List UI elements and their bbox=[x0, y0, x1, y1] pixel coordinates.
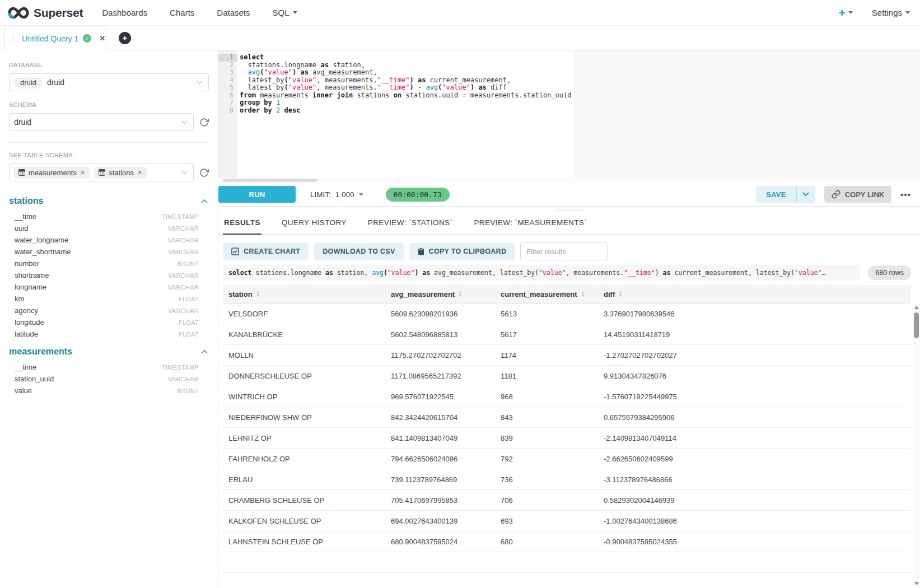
remove-table-icon[interactable]: ✕ bbox=[137, 169, 142, 176]
table-cell: 693 bbox=[495, 511, 598, 531]
table-cell: 705.4170697995853 bbox=[385, 490, 495, 510]
table-pill-stations[interactable]: stations✕ bbox=[94, 167, 147, 179]
column-type: VARCHAR bbox=[168, 307, 199, 314]
table-cell: DONNERSCHLEUSE OP bbox=[223, 366, 385, 386]
schema-table-header-measurements[interactable]: measurements bbox=[9, 347, 208, 357]
limit-dropdown[interactable]: LIMIT: 1 000 bbox=[310, 190, 363, 199]
results-actions: CREATE CHART DOWNLOAD TO CSV COPY TO CLI… bbox=[223, 242, 920, 260]
table-cell: 5613 bbox=[495, 304, 598, 324]
scroll-thumb[interactable] bbox=[914, 312, 919, 338]
line-number: 6 bbox=[218, 92, 237, 100]
copy-link-button[interactable]: COPY LINK bbox=[824, 186, 892, 203]
sidebar: DATABASE druid druid SCHEMA druid bbox=[0, 50, 218, 588]
superset-brand[interactable]: Superset bbox=[8, 6, 83, 20]
results-tab-2[interactable]: PREVIEW: `STATIONS` bbox=[367, 218, 454, 234]
column-type: FLOAT bbox=[179, 319, 199, 326]
results-pane: RESULTSQUERY HISTORYPREVIEW: `STATIONS`P… bbox=[218, 206, 920, 573]
sort-header-station[interactable]: station bbox=[223, 285, 385, 303]
column-row: latitudeFLOAT bbox=[9, 328, 209, 340]
results-tab-3[interactable]: PREVIEW: `MEASUREMENTS` bbox=[473, 218, 588, 234]
table-cell: LEHNITZ OP bbox=[223, 428, 385, 448]
nav-item-sql[interactable]: SQL bbox=[273, 8, 297, 17]
nav-item-dashboards[interactable]: Dashboards bbox=[102, 8, 147, 17]
table-icon bbox=[18, 169, 25, 176]
results-scrollbar[interactable] bbox=[913, 304, 920, 588]
top-navigation: Superset DashboardsChartsDatasetsSQL + S… bbox=[0, 0, 920, 26]
download-csv-button[interactable]: DOWNLOAD TO CSV bbox=[314, 243, 403, 260]
hscroll-thumb[interactable] bbox=[223, 179, 317, 182]
drag-handle-icon[interactable]: ⋮ bbox=[10, 35, 17, 43]
table-cell: NIEDERFINOW SHW OP bbox=[223, 407, 385, 427]
chevron-down-icon bbox=[197, 81, 203, 85]
line-number: 7 bbox=[218, 99, 237, 107]
nav-item-label: SQL bbox=[273, 8, 289, 17]
create-chart-button[interactable]: CREATE CHART bbox=[223, 243, 309, 260]
run-button[interactable]: RUN bbox=[218, 186, 296, 203]
table-cell: WINTRICH OP bbox=[223, 386, 385, 407]
sort-icon bbox=[619, 291, 622, 297]
column-name: longitude bbox=[15, 318, 44, 326]
column-row: __timeTIMESTAMP bbox=[9, 361, 209, 373]
query-success-icon: ✓ bbox=[83, 34, 91, 43]
table-cell: 680 bbox=[495, 531, 598, 552]
sort-header-avg_measurement[interactable]: avg_measurement bbox=[385, 285, 495, 303]
query-tabbar: ⋮ Untitled Query 1 ✓ ✕ + bbox=[0, 26, 920, 50]
column-name: longname bbox=[15, 283, 46, 291]
table-cell: -3.112378976486866 bbox=[598, 469, 911, 489]
scroll-down-icon[interactable] bbox=[914, 582, 919, 585]
download-csv-label: DOWNLOAD TO CSV bbox=[323, 248, 395, 255]
table-pill-measurements[interactable]: measurements✕ bbox=[14, 167, 90, 179]
column-name: latitude bbox=[15, 330, 38, 338]
refresh-tables-icon[interactable] bbox=[199, 168, 209, 178]
column-row: uuidVARCHAR bbox=[9, 222, 209, 234]
results-table: stationavg_measurementcurrent_measuremen… bbox=[223, 285, 911, 573]
schema-table-header-stations[interactable]: stations bbox=[9, 196, 208, 206]
settings-menu[interactable]: Settings bbox=[872, 8, 910, 17]
schema-select[interactable]: druid bbox=[9, 113, 194, 131]
sort-icon bbox=[581, 291, 585, 297]
sql-editor[interactable]: 12345678 select stations.longname as sta… bbox=[218, 50, 920, 178]
chevron-down-icon bbox=[181, 171, 188, 175]
table-row: VELSDORF5609.62309820193656133.376901798… bbox=[223, 304, 911, 324]
copy-link-label: COPY LINK bbox=[845, 190, 885, 199]
scroll-up-icon[interactable] bbox=[914, 306, 919, 309]
table-schema-select[interactable]: measurements✕stations✕ bbox=[9, 164, 194, 181]
table-cell: 839 bbox=[495, 428, 598, 448]
sort-header-diff[interactable]: diff bbox=[598, 285, 911, 303]
column-row: longnameVARCHAR bbox=[9, 281, 209, 293]
chevron-up-icon bbox=[201, 199, 208, 203]
nav-item-charts[interactable]: Charts bbox=[170, 8, 194, 17]
editor-code[interactable]: select stations.longname as station, avg… bbox=[237, 50, 920, 178]
nav-item-label: Dashboards bbox=[102, 8, 147, 17]
column-row: longitudeFLOAT bbox=[9, 316, 209, 328]
more-menu-button[interactable]: ••• bbox=[900, 190, 911, 199]
filter-results-input[interactable] bbox=[520, 242, 608, 260]
query-timer-badge: 00:00:00.73 bbox=[386, 188, 450, 202]
limit-value: 1 000 bbox=[335, 190, 354, 199]
add-tab-button[interactable]: + bbox=[119, 32, 131, 44]
query-tab-active[interactable]: ⋮ Untitled Query 1 ✓ ✕ bbox=[4, 26, 106, 50]
table-cell: MÖLLN bbox=[223, 345, 385, 365]
line-number: 5 bbox=[218, 84, 237, 92]
sort-header-current_measurement[interactable]: current_measurement bbox=[495, 285, 598, 303]
code-line: from measurements inner join stations on… bbox=[240, 92, 920, 100]
copy-clipboard-button[interactable]: COPY TO CLIPBOARD bbox=[409, 243, 515, 260]
remove-table-icon[interactable]: ✕ bbox=[80, 169, 85, 176]
table-cell: 1174 bbox=[495, 345, 598, 365]
pane-resize-handle[interactable] bbox=[555, 208, 584, 211]
table-cell: 1181 bbox=[495, 366, 598, 386]
executed-query-preview[interactable]: select stations.longname as station, avg… bbox=[223, 265, 860, 281]
nav-item-datasets[interactable]: Datasets bbox=[217, 8, 250, 17]
editor-hscrollbar[interactable] bbox=[218, 178, 920, 183]
table-cell: 5602.548096885813 bbox=[385, 324, 495, 344]
results-tab-results[interactable]: RESULTS bbox=[223, 218, 261, 234]
save-dropdown-button[interactable] bbox=[796, 186, 815, 203]
close-tab-icon[interactable]: ✕ bbox=[96, 34, 105, 43]
results-tab-1[interactable]: QUERY HISTORY bbox=[281, 218, 348, 234]
table-cell: 792 bbox=[495, 449, 598, 469]
new-item-menu[interactable]: + bbox=[839, 7, 853, 18]
save-button[interactable]: SAVE bbox=[756, 186, 796, 203]
table-pills: measurements✕stations✕ bbox=[14, 167, 147, 179]
database-select[interactable]: druid druid bbox=[9, 73, 209, 91]
refresh-schema-icon[interactable] bbox=[199, 118, 209, 127]
